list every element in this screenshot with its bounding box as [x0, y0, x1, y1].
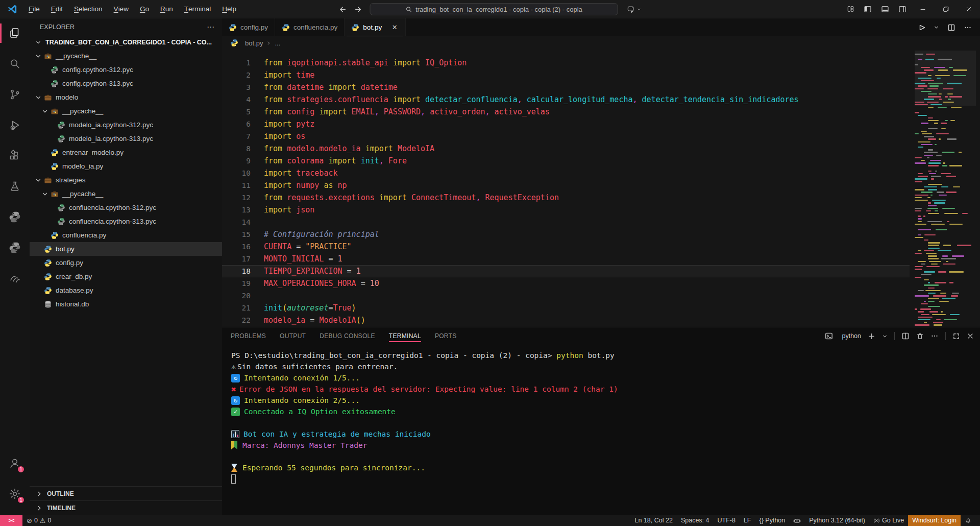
code-line-13[interactable]: 13import json — [222, 204, 910, 216]
panel-tab-ports[interactable]: PORTS — [435, 327, 457, 345]
activity-source-control[interactable] — [0, 82, 30, 107]
workspace-section-header[interactable]: TRADING_BOT_CON_IA_CORREGIDO1 - COPIA - … — [30, 36, 222, 49]
status-indentation[interactable]: Spaces: 4 — [677, 515, 714, 526]
code-line-8[interactable]: 8from modelo.modelo_ia import ModeloIA — [222, 142, 910, 155]
tab-confluencia.py[interactable]: confluencia.py — [275, 18, 345, 36]
tree-item-historial.db[interactable]: historial.db — [30, 297, 222, 311]
activity-search[interactable] — [0, 51, 30, 77]
activity-accounts[interactable]: 1 — [0, 450, 30, 476]
menu-view[interactable]: View — [108, 0, 134, 18]
breadcrumb-more[interactable]: ... — [275, 39, 280, 47]
menu-run[interactable]: Run — [155, 0, 179, 18]
status-language-mode[interactable]: {} Python — [755, 515, 790, 526]
activity-extensions[interactable] — [0, 143, 30, 169]
code-line-22[interactable]: 22modelo_ia = ModeloIA() — [222, 314, 910, 326]
code-line-16[interactable]: 16CUENTA = "PRACTICE" — [222, 241, 910, 253]
close-tab-button[interactable]: ✕ — [390, 23, 399, 31]
code-line-14[interactable]: 14 — [222, 216, 910, 228]
tab-config.py[interactable]: config.py — [222, 18, 275, 36]
breadcrumb-file[interactable]: bot.py — [245, 39, 263, 47]
panel-tab-terminal[interactable]: TERMINAL — [389, 327, 421, 345]
status-go-live[interactable]: Go Live — [869, 515, 908, 526]
problems-status[interactable]: ⊘ 0 ⚠ 0 — [22, 515, 55, 526]
menu-selection[interactable]: Selection — [68, 0, 108, 18]
activity-run-debug[interactable] — [0, 112, 30, 138]
tree-item-modelo_ia.cpython-312.pyc[interactable]: modelo_ia.cpython-312.pyc — [30, 118, 222, 132]
activity-testing[interactable] — [0, 174, 30, 199]
run-icon[interactable] — [917, 23, 925, 32]
activity-windsurf[interactable] — [0, 266, 30, 291]
code-editor[interactable]: 1from iqoptionapi.stable_api import IQ_O… — [222, 50, 980, 327]
toggle-panel-icon[interactable] — [876, 0, 894, 18]
tree-item-config.py[interactable]: config.py — [30, 256, 222, 270]
menu-terminal[interactable]: Terminal — [179, 0, 217, 18]
code-line-10[interactable]: 10import traceback — [222, 167, 910, 179]
menu-go[interactable]: Go — [134, 0, 155, 18]
code-line-9[interactable]: 9from colorama import init, Fore — [222, 155, 910, 167]
customize-layout-icon[interactable] — [842, 0, 859, 18]
code-line-7[interactable]: 7import os — [222, 130, 910, 142]
tree-item-bot.py[interactable]: bot.py — [30, 242, 222, 256]
tree-item-modelo[interactable]: modelo — [30, 90, 222, 104]
tree-item-strategies[interactable]: strategies — [30, 173, 222, 187]
tree-item-__pycache__[interactable]: __pycache__ — [30, 49, 222, 63]
tree-item-confluencia.py[interactable]: confluencia.py — [30, 228, 222, 242]
tree-item-modelo_ia.cpython-313.pyc[interactable]: modelo_ia.cpython-313.pyc — [30, 132, 222, 146]
activity-python-environments[interactable] — [0, 235, 30, 260]
panel-tab-debug-console[interactable]: DEBUG CONSOLE — [320, 327, 375, 345]
panel-tab-problems[interactable]: PROBLEMS — [231, 327, 266, 345]
restore-button[interactable] — [934, 0, 957, 18]
split-editor-icon[interactable] — [947, 23, 955, 32]
status-cursor-position[interactable]: Ln 18, Col 22 — [631, 515, 677, 526]
menu-help[interactable]: Help — [216, 0, 242, 18]
trash-icon[interactable] — [916, 332, 924, 340]
activity-explorer[interactable] — [0, 20, 30, 46]
section-timeline[interactable]: TIMELINE — [30, 500, 222, 515]
copilot-button[interactable] — [627, 6, 642, 13]
code-line-2[interactable]: 2import time — [222, 69, 910, 81]
close-window-button[interactable] — [957, 0, 980, 18]
code-line-21[interactable]: 21init(autoreset=True) — [222, 302, 910, 314]
code-line-3[interactable]: 3from datetime import datetime — [222, 81, 910, 93]
tree-item-confluencia.cpython-313.pyc[interactable]: confluencia.cpython-313.pyc — [30, 214, 222, 228]
forward-button[interactable] — [354, 5, 363, 14]
tree-item-crear_db.py[interactable]: crear_db.py — [30, 270, 222, 283]
activity-settings[interactable]: 1 — [0, 481, 30, 507]
tree-item-config.cpython-313.pyc[interactable]: config.cpython-313.pyc — [30, 77, 222, 90]
small-chevron-icon[interactable] — [934, 25, 939, 30]
code-line-4[interactable]: 4from strategies.confluencia import dete… — [222, 93, 910, 106]
status-windsurf-login[interactable]: Windsurf: Login — [908, 515, 961, 526]
expand-icon[interactable] — [952, 332, 960, 340]
code-line-12[interactable]: 12from requests.exceptions import Connec… — [222, 192, 910, 204]
code-line-15[interactable]: 15# Configuración principal — [222, 228, 910, 241]
breadcrumb[interactable]: bot.py ... — [222, 36, 980, 50]
split-editor-icon[interactable] — [901, 332, 910, 340]
panel-tab-output[interactable]: OUTPUT — [280, 327, 306, 345]
status-eol[interactable]: LF — [740, 515, 755, 526]
code-line-17[interactable]: 17MONTO_INICIAL = 1 — [222, 253, 910, 265]
code-line-6[interactable]: 6import pytz — [222, 118, 910, 130]
terminal-output[interactable]: PS D:\estudio\trading_bot_con_ia_corregi… — [222, 345, 980, 515]
section-outline[interactable]: OUTLINE — [30, 486, 222, 500]
code-line-18[interactable]: 18TIEMPO_EXPIRACION = 1 — [222, 265, 910, 277]
activity-python[interactable] — [0, 204, 30, 230]
tree-item-entrenar_modelo.py[interactable]: entrenar_modelo.py — [30, 146, 222, 159]
code-line-19[interactable]: 19MAX_OPERACIONES_HORA = 10 — [222, 277, 910, 290]
status-notifications[interactable] — [961, 515, 976, 526]
tree-item-config.cpython-312.pyc[interactable]: config.cpython-312.pyc — [30, 63, 222, 77]
code-line-11[interactable]: 11import numpy as np — [222, 179, 910, 192]
command-center-search[interactable]: trading_bot_con_ia_corregido1 - copia - … — [370, 3, 618, 15]
remote-indicator[interactable]: >< — [0, 515, 22, 526]
code-line-20[interactable]: 20 — [222, 290, 910, 302]
minimize-button[interactable] — [911, 0, 934, 18]
minimap[interactable] — [915, 51, 976, 327]
more-icon[interactable] — [964, 23, 972, 32]
more-icon[interactable] — [930, 332, 939, 340]
toggle-sidebar-right-icon[interactable] — [894, 0, 911, 18]
tab-bot.py[interactable]: bot.py✕ — [345, 18, 406, 36]
code-line-5[interactable]: 5from config import EMAIL, PASSWORD, act… — [222, 106, 910, 118]
close-icon[interactable] — [967, 332, 974, 340]
tree-item-confluencia.cpython-312.pyc[interactable]: confluencia.cpython-312.pyc — [30, 201, 222, 214]
tree-item-__pycache__[interactable]: __pycache__ — [30, 104, 222, 118]
tree-item-__pycache__[interactable]: __pycache__ — [30, 187, 222, 201]
